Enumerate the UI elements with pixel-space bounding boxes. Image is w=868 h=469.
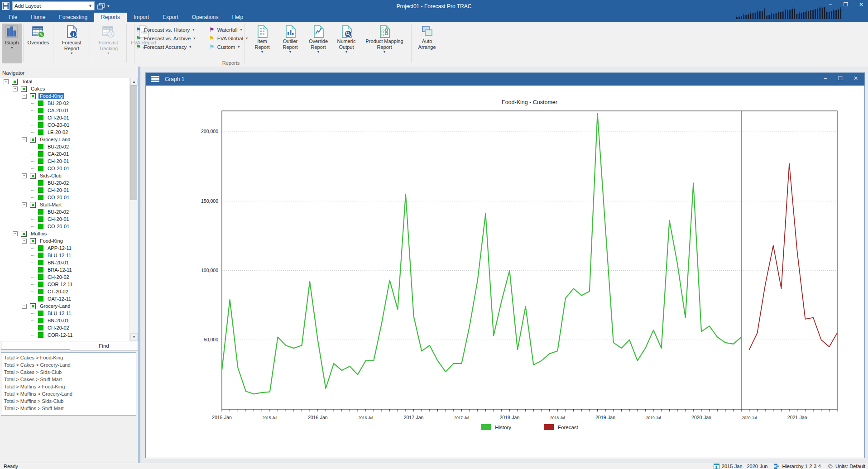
minimize-button[interactable]: – bbox=[827, 1, 834, 8]
tree-item-muffins[interactable]: −Muffins bbox=[0, 230, 129, 237]
find-input[interactable] bbox=[1, 342, 71, 349]
tab-operations[interactable]: Operations bbox=[185, 13, 225, 22]
tab-help[interactable]: Help bbox=[225, 13, 250, 22]
tree-item-ch-20-01[interactable]: CH-20-01 bbox=[0, 215, 129, 223]
tree-item-ch-20-02[interactable]: CH-20-02 bbox=[0, 324, 129, 331]
tree-item-bn-20-01[interactable]: BN-20-01 bbox=[0, 259, 129, 266]
tree-expand-icon[interactable]: − bbox=[22, 239, 27, 244]
graph-window-titlebar[interactable]: Graph 1 – ☐ ✕ bbox=[146, 73, 864, 86]
tree-item-ca-20-01[interactable]: CA-20-01 bbox=[0, 107, 129, 114]
tab-forecasting[interactable]: Forecasting bbox=[52, 13, 94, 22]
tree-item-bra-12-11[interactable]: BRA-12-11 bbox=[0, 266, 129, 273]
forecast-vs-history-button[interactable]: ⚑Forecast vs. History▾ bbox=[136, 25, 203, 34]
override-report-button[interactable]: Override Report▾ bbox=[304, 24, 332, 63]
tree-item-sids-club[interactable]: −Sids-Club bbox=[0, 172, 129, 179]
tree-item-app-12-11[interactable]: APP-12-11 bbox=[0, 244, 129, 252]
save-layout-icon[interactable] bbox=[2, 2, 10, 10]
tree-item-food-king[interactable]: −Food-King bbox=[0, 92, 129, 100]
graph-close-button[interactable]: ✕ bbox=[854, 75, 858, 81]
tree-expand-icon[interactable]: − bbox=[22, 94, 27, 99]
auto-arrange-button[interactable]: Auto Arrange bbox=[414, 24, 440, 63]
new-window-icon[interactable] bbox=[97, 3, 105, 10]
tree-item-co-20-01[interactable]: CO-20-01 bbox=[0, 165, 129, 172]
tab-file[interactable]: File bbox=[2, 13, 24, 22]
tree-item-le-20-02[interactable]: LE-20-02 bbox=[0, 129, 129, 136]
close-button[interactable]: ✕ bbox=[858, 1, 864, 8]
tree-item-ch-20-01[interactable]: CH-20-01 bbox=[0, 187, 129, 194]
forecast-vs-archive-button[interactable]: ⚑Forecast vs. Archive▾ bbox=[136, 34, 203, 43]
tree-item-co-20-01[interactable]: CO-20-01 bbox=[0, 194, 129, 201]
tree-item-food-king[interactable]: −Food-King bbox=[0, 237, 129, 244]
scrollbar-thumb[interactable] bbox=[130, 85, 137, 200]
hierarchy-path-item[interactable]: Total > Cakes > Sids-Club bbox=[1, 368, 136, 376]
x-axis-label: 2015-Jul bbox=[263, 416, 278, 420]
tree-item-bn-20-01[interactable]: BN-20-01 bbox=[0, 317, 129, 324]
numeric-output-button[interactable]: Numeric Output▾ bbox=[332, 24, 360, 63]
tree-expand-icon[interactable]: − bbox=[22, 173, 27, 178]
hierarchy-path-item[interactable]: Total > Muffins > Grocery-Land bbox=[1, 390, 136, 397]
hierarchy-path-item[interactable]: Total > Cakes > Grocery-Land bbox=[1, 361, 136, 368]
forecast-accuracy-button[interactable]: ⚑Forecast Accuracy▾ bbox=[136, 43, 203, 51]
tree-item-total[interactable]: −Total bbox=[0, 78, 129, 85]
tree-item-bu-20-02[interactable]: BU-20-02 bbox=[0, 208, 129, 215]
hierarchy-path-item[interactable]: Total > Cakes > Stuff-Mart bbox=[1, 376, 136, 383]
tree-item-bu-20-02[interactable]: BU-20-02 bbox=[0, 179, 129, 187]
scroll-up-icon[interactable]: ▲ bbox=[130, 78, 138, 86]
find-button[interactable]: Find bbox=[70, 342, 138, 350]
hierarchy-path-item[interactable]: Total > Cakes > Food-King bbox=[1, 354, 136, 361]
product-mapping-report-button[interactable]: Product Mapping Report▾ bbox=[360, 24, 408, 63]
tree-item-grocery-land[interactable]: −Grocery-Land bbox=[0, 302, 129, 310]
tree-item-ch-20-01[interactable]: CH-20-01 bbox=[0, 114, 129, 121]
forecast-report-button[interactable]: iForecast Report▾ bbox=[54, 24, 89, 63]
tree-item-cor-12-11[interactable]: COR-12-11 bbox=[0, 281, 129, 288]
layout-selector-combobox[interactable]: Add Layout ▼ bbox=[12, 1, 95, 10]
tree-expand-icon[interactable]: − bbox=[22, 202, 27, 207]
tree-item-grocery-land[interactable]: −Grocery-Land bbox=[0, 136, 129, 143]
graph-button[interactable]: Graph▾ bbox=[2, 24, 22, 63]
tree-item-bu-20-02[interactable]: BU-20-02 bbox=[0, 143, 129, 150]
toolbar-overflow-icon[interactable]: ▾ bbox=[107, 4, 110, 8]
tree-item-blu-12-11[interactable]: BLU-12-11 bbox=[0, 310, 129, 317]
tree-item-blu-12-11[interactable]: BLU-12-11 bbox=[0, 252, 129, 259]
tree-expand-icon[interactable]: − bbox=[13, 86, 18, 91]
tree-expand-icon[interactable]: − bbox=[22, 137, 27, 142]
graph-minimize-button[interactable]: – bbox=[824, 75, 827, 81]
tree-item-co-20-01[interactable]: CO-20-01 bbox=[0, 223, 129, 230]
tree-item-stuff-mart[interactable]: −Stuff-Mart bbox=[0, 201, 129, 208]
tree-item-cor-12-11[interactable]: COR-12-11 bbox=[0, 331, 129, 339]
tree-item-ch-20-01[interactable]: CH-20-01 bbox=[0, 158, 129, 165]
tree-item-ct-20-02[interactable]: CT-20-02 bbox=[0, 288, 129, 295]
tree-item-oat-12-11[interactable]: OAT-12-11 bbox=[0, 295, 129, 302]
tree-node-marker bbox=[30, 93, 36, 99]
status-date-range-text: 2015-Jan - 2020-Jun bbox=[722, 464, 768, 469]
tree-item-ch-20-02[interactable]: CH-20-02 bbox=[0, 273, 129, 281]
hierarchy-path-item[interactable]: Total > Muffins > Food-King bbox=[1, 383, 136, 390]
item-report-button[interactable]: Item Report▾ bbox=[248, 24, 276, 63]
tree-item-label: BLU-12-11 bbox=[46, 311, 72, 316]
y-axis-label: 50,000 bbox=[204, 337, 218, 342]
hierarchy-path-item[interactable]: Total > Muffins > Stuff-Mart bbox=[1, 405, 136, 412]
graph-maximize-button[interactable]: ☐ bbox=[838, 75, 843, 81]
tree-expand-icon[interactable]: − bbox=[13, 231, 18, 236]
tree-leaf-marker bbox=[38, 311, 43, 316]
tab-export[interactable]: Export bbox=[156, 13, 185, 22]
hierarchy-path-item[interactable]: Total > Muffins > Sids-Club bbox=[1, 397, 136, 405]
tab-import[interactable]: Import bbox=[127, 13, 156, 22]
scroll-down-icon[interactable]: ▼ bbox=[130, 333, 138, 341]
flag-icon: ⚑ bbox=[136, 27, 141, 33]
tree-item-label: Sids-Club bbox=[38, 173, 63, 178]
tree-item-co-20-01[interactable]: CO-20-01 bbox=[0, 121, 129, 129]
tab-reports[interactable]: Reports bbox=[94, 13, 127, 22]
outlier-report-button[interactable]: Outlier Report▾ bbox=[276, 24, 304, 63]
hamburger-menu-icon[interactable] bbox=[151, 76, 159, 82]
tree-item-bu-20-02[interactable]: BU-20-02 bbox=[0, 100, 129, 107]
tree-scrollbar[interactable]: ▲ ▼ bbox=[129, 78, 137, 341]
overrides-button[interactable]: ✎Overrides bbox=[24, 24, 53, 63]
tree-item-ca-20-01[interactable]: CA-20-01 bbox=[0, 150, 129, 158]
tab-home[interactable]: Home bbox=[24, 13, 52, 22]
tree-expand-icon[interactable]: − bbox=[22, 304, 27, 309]
tree-expand-icon[interactable]: − bbox=[4, 79, 9, 84]
maximize-button[interactable]: ❐ bbox=[843, 1, 849, 8]
x-axis-label: 2015-Jan bbox=[212, 415, 232, 420]
tree-item-cakes[interactable]: −Cakes bbox=[0, 85, 129, 92]
